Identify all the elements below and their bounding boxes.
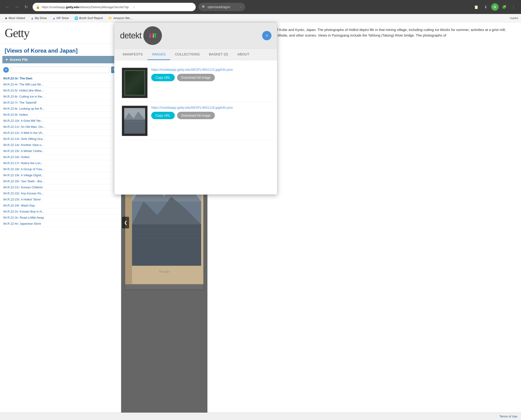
- file-item[interactable]: 94.R.22-18r: A Group of Trav...: [2, 166, 119, 172]
- bookmark-my-drive[interactable]: ▲ My Drive: [29, 15, 49, 21]
- copy-url-button-2[interactable]: Copy URL: [151, 112, 175, 119]
- file-item[interactable]: 94.R.22-14r: Another View o...: [2, 142, 119, 148]
- file-item[interactable]: 94.R.22-19r: A Village Dignit...: [2, 172, 119, 178]
- bottom-bar: Terms of Use: [0, 412, 521, 420]
- image-result-2: https://rosettaapp.getty.edu/iiif/2/FL99…: [118, 102, 273, 140]
- bookmark-iiif-drive-label: IIIF Drive: [57, 16, 69, 20]
- file-item[interactable]: 94.R.22-9r: Holkol: [2, 112, 119, 118]
- svg-rect-9: [132, 233, 201, 234]
- bookmark-amazon-label: Amazon We...: [113, 16, 132, 20]
- profile-icon[interactable]: G: [491, 3, 499, 11]
- file-item[interactable]: 94.R.22-2v: Korean Boy in H...: [2, 209, 119, 215]
- nav-buttons: ← → ↻: [4, 3, 30, 11]
- file-item[interactable]: 94.R.22-3r: The Dam: [2, 75, 119, 82]
- bookmark-borth-surf[interactable]: 🌐 Borth Surf Report: [72, 15, 105, 21]
- search-arrow-icon: →: [239, 5, 242, 9]
- bookmark-my-drive-label: My Drive: [35, 16, 46, 20]
- search-query-text: openseadragon: [208, 5, 230, 9]
- search-input[interactable]: [11, 67, 109, 73]
- tab-images[interactable]: IMAGES: [147, 49, 170, 60]
- tab-collections[interactable]: COLLECTIONS: [170, 49, 204, 60]
- file-item[interactable]: 94.R.22-15r: A Winter Clothe...: [2, 148, 119, 154]
- file-item[interactable]: 94.R.22-16r: Holkol: [2, 154, 119, 160]
- iiif-content: https://rosettaapp.getty.edu/iiif/2/FL99…: [115, 60, 277, 195]
- file-item[interactable]: 94.R.22-20r: Two Teeth - But...: [2, 178, 119, 184]
- download-button-1[interactable]: Download full image: [177, 74, 215, 81]
- search-magnifier-icon: 🔍: [202, 5, 206, 9]
- file-item[interactable]: 94.R.22-21r: Korean Children: [2, 184, 119, 190]
- thumb-inner-2: [124, 108, 145, 134]
- reload-button[interactable]: ↻: [22, 3, 30, 11]
- thumb-svg-2: [124, 108, 145, 134]
- file-item[interactable]: 94.R.22-11r: An Old Man, On...: [2, 124, 119, 130]
- globe-icon: 🌐: [74, 16, 78, 20]
- star-bookmark-icon: ★: [5, 16, 8, 20]
- extensions-button[interactable]: 🧩: [500, 3, 508, 11]
- image-info-1: https://rosettaapp.getty.edu/iiif/2/FL99…: [151, 68, 270, 81]
- terms-of-use-link[interactable]: Terms of Use: [499, 415, 517, 418]
- add-button[interactable]: +: [3, 67, 9, 73]
- viewer-prev-arrow[interactable]: ❮: [122, 217, 129, 228]
- file-item[interactable]: 94.R.22-7r: The 'Sawmill': [2, 100, 119, 106]
- getty-logo: Getty: [5, 26, 116, 40]
- iiif-drive-icon: ▲: [53, 16, 56, 20]
- svg-rect-7: [132, 225, 201, 266]
- reading-list-button[interactable]: 📋: [473, 3, 480, 11]
- iiif-tabs: MANIFESTS IMAGES COLLECTIONS BASKET (0) …: [115, 49, 277, 60]
- bookmark-most-visited-label: Most Visited: [9, 16, 25, 20]
- file-item[interactable]: 94.R.22-5r: Holkol (the Mine...: [2, 88, 119, 94]
- iiif-logo: detekt iiif: [120, 26, 162, 45]
- main-content: Getty [Views of Korea and Japan] ▼ Acces…: [0, 22, 521, 420]
- forward-button[interactable]: →: [13, 3, 21, 11]
- bookmark-most-visited[interactable]: ★ Most Visited: [3, 15, 27, 21]
- bookmark-amazon[interactable]: 📁 Amazon We...: [107, 15, 134, 21]
- back-button[interactable]: ←: [4, 3, 11, 11]
- download-button-2[interactable]: Download full image: [177, 112, 215, 119]
- file-item[interactable]: 94.R.22-10r: A Grist Mill 'Ne...: [2, 118, 119, 124]
- menu-button[interactable]: ⋮: [510, 3, 517, 11]
- file-item[interactable]: 94.R.22-23r: A Holkol 'Store': [2, 196, 119, 202]
- access-file-label: Access File: [10, 58, 28, 61]
- iiif-badge: iiif: [143, 26, 162, 45]
- image-actions-1: Copy URL Download full image: [151, 74, 270, 81]
- copy-url-button-1[interactable]: Copy URL: [151, 74, 175, 81]
- image-url-1[interactable]: https://rosettaapp.getty.edu/iiif/2/FL99…: [151, 68, 270, 71]
- image-thumbnail-1: [122, 68, 147, 98]
- image-result-1: https://rosettaapp.getty.edu/iiif/2/FL99…: [118, 64, 273, 102]
- browser-actions: 📋 ⬇ G 🧩 ⋮: [473, 3, 517, 11]
- search-row: + 🔍: [2, 65, 119, 75]
- address-text: https://rosettaapp.getty.edu/delivery/De…: [42, 5, 129, 9]
- bookmark-iiif-drive[interactable]: ▲ IIIF Drive: [51, 15, 71, 21]
- iiif-badge-text: iiif: [149, 32, 156, 39]
- bookmark-borth-surf-label: Borth Surf Report: [79, 16, 103, 20]
- bookmarks-more-label: marks: [510, 16, 518, 20]
- folder-icon: 📁: [108, 16, 112, 20]
- getty-header: Getty: [0, 22, 121, 44]
- file-item[interactable]: 94.R.22-13r: Girls Sifting Gra...: [2, 136, 119, 142]
- star-icon[interactable]: ☆: [132, 5, 136, 9]
- file-item[interactable]: 94.R.22-24r: Wash Day: [2, 202, 119, 209]
- tab-manifests[interactable]: MANIFESTS: [118, 49, 147, 60]
- iiif-char-i3: i: [152, 32, 154, 39]
- detekt-label: detekt: [120, 31, 141, 40]
- tab-about[interactable]: ABOUT: [233, 49, 254, 60]
- svg-text:The dam: The dam: [159, 270, 170, 273]
- file-item[interactable]: 94.R.22-22r: Any Korean Pe...: [2, 190, 119, 196]
- file-item[interactable]: 94.R.22-6r: Cutting Ice in the...: [2, 94, 119, 100]
- image-url-2[interactable]: https://rosettaapp.getty.edu/iiif/2/FL99…: [151, 106, 270, 109]
- file-item[interactable]: 94.R.22-12r: A Well in the Vil...: [2, 130, 119, 136]
- share-icon: <: [266, 33, 268, 38]
- address-bar[interactable]: 🔒 https://rosettaapp.getty.edu/delivery/…: [33, 3, 196, 11]
- file-item[interactable]: 94.R.22-17r: Notice the Lon...: [2, 160, 119, 166]
- triangle-icon: ▼: [5, 58, 8, 61]
- download-button[interactable]: ⬇: [482, 3, 489, 11]
- file-item[interactable]: 94.R.22-8r: Looking up the R...: [2, 106, 119, 112]
- tab-basket[interactable]: BASKET (0): [204, 49, 233, 60]
- bookmarks-bar: ★ Most Visited ▲ My Drive ▲ IIIF Drive 🌐…: [0, 14, 521, 22]
- search-bar[interactable]: 🔍 openseadragon →: [199, 3, 245, 11]
- file-item[interactable]: 94.R.22-4v: Japanese Store: [2, 221, 119, 227]
- file-item[interactable]: 94.R.22-4r: The Mill Last Wi...: [2, 82, 119, 88]
- share-button[interactable]: <: [262, 31, 271, 40]
- file-item[interactable]: 94.R.22-3v: Road a Mile Away: [2, 215, 119, 221]
- file-list: 94.R.22-3r: The Dam94.R.22-4r: The Mill …: [2, 75, 119, 227]
